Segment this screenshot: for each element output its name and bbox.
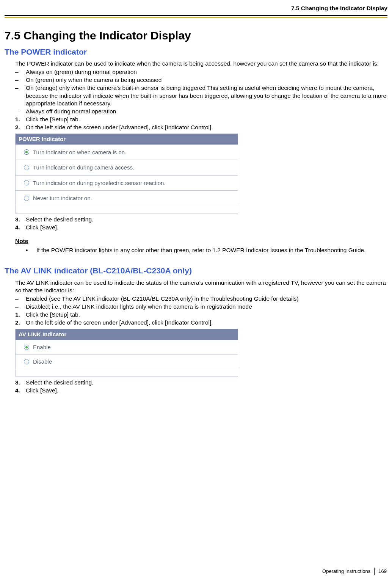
list-item: •If the POWER indicator lights in any co… [26,246,387,254]
dash-marker: – [15,84,26,107]
step-number: 3. [15,216,26,223]
section-1-content: The POWER indicator can be used to indic… [15,60,387,254]
step-text: Click the [Setup] tab. [26,311,387,318]
subheading-power: The POWER indicator [5,47,387,57]
dash-marker: – [15,303,26,311]
step-text: On the left side of the screen under [Ad… [26,124,387,131]
list-item: 3.Select the desired setting. [15,216,387,223]
power-intro: The POWER indicator can be used to indic… [15,60,387,67]
radio-label: Disable [33,358,52,366]
power-steps-2: 3.Select the desired setting. 4.Click [S… [15,216,387,231]
dash-marker: – [15,68,26,76]
note-text: If the POWER indicator lights in any col… [36,246,387,254]
panel-spacer [16,206,238,213]
running-header: 7.5 Changing the Indicator Display [5,5,387,12]
dash-marker: – [15,295,26,303]
radio-icon[interactable] [24,359,29,364]
radio-row[interactable]: Disable [16,355,238,369]
dash-text: Disabled; i.e., the AV LINK indicator li… [26,303,387,311]
radio-row[interactable]: Never turn indicator on. [16,191,238,206]
radio-label: Turn indicator on during camera access. [33,164,134,171]
radio-row[interactable]: Turn indicator on during camera access. [16,160,238,176]
radio-label: Never turn indicator on. [33,195,92,202]
step-number: 2. [15,124,26,131]
radio-label: Turn indicator on when camera is on. [33,149,126,156]
radio-row[interactable]: Turn indicator on during pyroelectric se… [16,176,238,191]
step-text: Click [Save]. [26,387,387,394]
step-number: 4. [15,224,26,231]
dash-text: Always on (green) during normal operatio… [26,68,387,76]
header-accent [5,17,387,18]
dash-text: On (green) only when the camera is being… [26,76,387,84]
power-steps-1: 1.Click the [Setup] tab. 2.On the left s… [15,116,387,131]
footer-divider [374,568,375,575]
list-item: 4.Click [Save]. [15,224,387,231]
dash-text: On (orange) only when the camera's built… [26,84,387,107]
step-number: 1. [15,116,26,123]
page-footer: Operating Instructions 169 [322,568,387,575]
avlink-indicator-panel: AV LINK Indicator Enable Disable [15,329,238,376]
step-number: 4. [15,387,26,394]
footer-doc-title: Operating Instructions [322,568,370,575]
footer-page-number: 169 [378,568,387,575]
avlink-steps-1: 1.Click the [Setup] tab. 2.On the left s… [15,311,387,326]
radio-icon[interactable] [24,345,29,350]
subheading-avlink: The AV LINK indicator (BL-C210A/BL-C230A… [5,265,387,276]
radio-icon[interactable] [24,165,29,170]
avlink-steps-2: 3.Select the desired setting. 4.Click [S… [15,379,387,394]
note-label: Note [15,237,387,245]
step-number: 3. [15,379,26,386]
step-text: On the left side of the screen under [Ad… [26,319,387,326]
avlink-dash-list: –Enabled (see The AV LINK indicator (BL-… [15,295,387,311]
bullet-marker: • [26,246,36,254]
list-item: –Disabled; i.e., the AV LINK indicator l… [15,303,387,311]
list-item: –On (green) only when the camera is bein… [15,76,387,84]
list-item: 2.On the left side of the screen under [… [15,124,387,131]
radio-label: Enable [33,344,51,351]
power-indicator-panel: POWER Indicator Turn indicator on when c… [15,133,238,213]
section-2-content: The AV LINK indicator can be used to ind… [15,279,387,395]
list-item: 1.Click the [Setup] tab. [15,116,387,123]
list-item: 3.Select the desired setting. [15,379,387,386]
dash-text: Enabled (see The AV LINK indicator (BL-C… [26,295,387,303]
radio-icon[interactable] [24,149,29,155]
section-title: 7.5 Changing the Indicator Display [5,28,387,43]
radio-icon[interactable] [24,196,29,201]
list-item: –Always off during normal operation [15,108,387,115]
avlink-intro: The AV LINK indicator can be used to ind… [15,279,387,294]
list-item: 2.On the left side of the screen under [… [15,319,387,326]
dash-marker: – [15,108,26,115]
radio-icon[interactable] [24,180,29,185]
note-list: •If the POWER indicator lights in any co… [26,246,387,254]
dash-marker: – [15,76,26,84]
panel-header: AV LINK Indicator [16,329,238,340]
dash-text: Always off during normal operation [26,108,387,115]
step-text: Select the desired setting. [26,216,387,223]
radio-row[interactable]: Turn indicator on when camera is on. [16,145,238,160]
radio-row[interactable]: Enable [16,340,238,355]
radio-label: Turn indicator on during pyroelectric se… [33,179,166,187]
list-item: –On (orange) only when the camera's buil… [15,84,387,107]
step-number: 2. [15,319,26,326]
panel-header: POWER Indicator [16,134,238,145]
step-text: Select the desired setting. [26,379,387,386]
list-item: 4.Click [Save]. [15,387,387,394]
step-number: 1. [15,311,26,318]
list-item: 1.Click the [Setup] tab. [15,311,387,318]
list-item: –Enabled (see The AV LINK indicator (BL-… [15,295,387,303]
power-dash-list: –Always on (green) during normal operati… [15,68,387,115]
step-text: Click the [Setup] tab. [26,116,387,123]
panel-spacer [16,369,238,376]
step-text: Click [Save]. [26,224,387,231]
list-item: –Always on (green) during normal operati… [15,68,387,76]
header-rule [5,15,387,16]
